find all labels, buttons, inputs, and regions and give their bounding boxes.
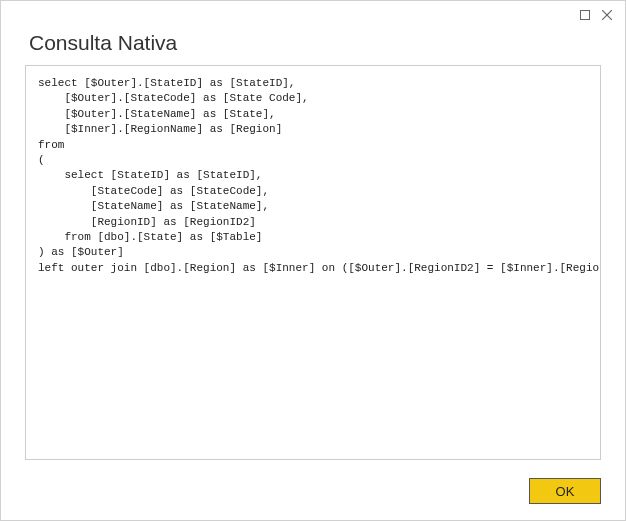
dialog-footer: OK <box>1 468 625 520</box>
dialog-title: Consulta Nativa <box>29 31 597 55</box>
titlebar-controls <box>577 7 621 23</box>
svg-rect-0 <box>581 11 590 20</box>
ok-button[interactable]: OK <box>529 478 601 504</box>
dialog-content: select [$Outer].[StateID] as [StateID], … <box>1 65 625 468</box>
sql-query-text: select [$Outer].[StateID] as [StateID], … <box>38 76 588 276</box>
native-query-dialog: Consulta Nativa select [$Outer].[StateID… <box>1 1 625 520</box>
maximize-icon[interactable] <box>577 7 593 23</box>
close-icon[interactable] <box>599 7 615 23</box>
titlebar <box>1 1 625 29</box>
query-display-box: select [$Outer].[StateID] as [StateID], … <box>25 65 601 460</box>
dialog-header: Consulta Nativa <box>1 29 625 65</box>
